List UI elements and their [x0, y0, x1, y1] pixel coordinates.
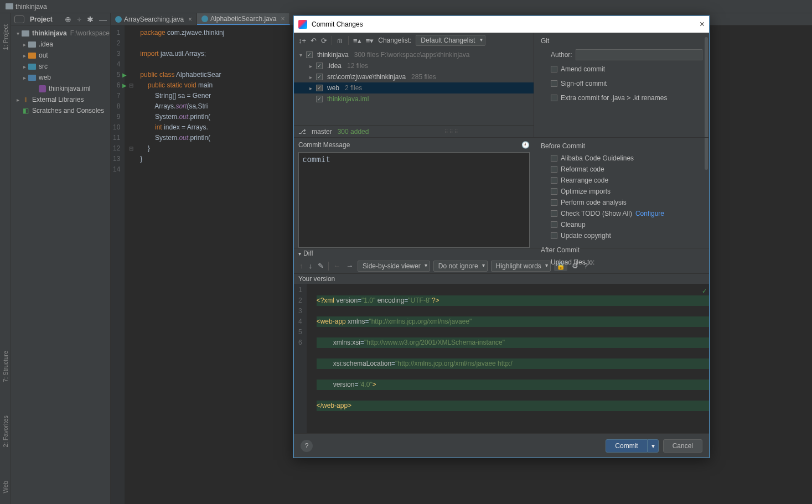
checkbox[interactable] — [316, 74, 323, 80]
commit-button[interactable]: Commit — [606, 439, 647, 453]
diff-content[interactable]: <?xml version="1.0" encoding="UTF-8"?> <… — [307, 284, 709, 433]
close-icon[interactable]: × — [700, 19, 705, 29]
project-view-icon[interactable] — [14, 15, 24, 23]
line-gutter: 1234 5▶ 6▶⊟ 7891011 12⊟ 1314 — [111, 25, 125, 504]
commit-message-panel: Commit Message 🕘 — [294, 137, 534, 248]
back-icon[interactable]: ← — [332, 262, 342, 270]
gutter-structure[interactable]: 7: Structure — [2, 351, 9, 382]
gutter-web[interactable]: Web — [2, 481, 9, 493]
forward-icon[interactable]: → — [345, 262, 354, 270]
dialog-titlebar[interactable]: Commit Changes × — [294, 16, 709, 33]
commit-dialog: Commit Changes × ↕+ ↶ ⟳ ⫙ ≡▴ ≡▾ Changeli… — [293, 15, 710, 458]
gear-icon[interactable]: ✱ — [87, 15, 94, 24]
commit-message-input[interactable] — [298, 152, 530, 248]
tab-alphabeticsearch[interactable]: AlphabeticSearch.java× — [197, 13, 289, 25]
revert-icon[interactable]: ↶ — [311, 37, 317, 45]
breadcrumb: thinkinjava — [0, 0, 812, 13]
close-icon[interactable]: × — [188, 15, 192, 23]
file-row-src[interactable]: ▸src\com\zjwave\thinkinjava285 files — [294, 71, 534, 82]
refresh-icon[interactable]: ⟳ — [321, 37, 327, 45]
history-icon[interactable]: 🕘 — [521, 141, 530, 149]
author-label: Author: — [551, 51, 572, 59]
group-icon[interactable]: ⫙ — [337, 37, 344, 45]
checkbox-cleanup[interactable] — [551, 221, 557, 228]
checkbox-analysis[interactable] — [551, 199, 557, 206]
checkbox[interactable] — [306, 51, 313, 58]
upload-label: Upload files to: — [551, 258, 594, 266]
project-sidebar: Project ⊕ ÷ ✱ — ▾thinkinjavaF:\workspace… — [11, 13, 111, 504]
changelist-dropdown[interactable]: Default Changelist — [416, 35, 485, 46]
close-icon[interactable]: × — [281, 15, 285, 23]
collapse-icon[interactable]: ÷ — [77, 15, 81, 24]
expand-icon[interactable]: ≡▴ — [353, 37, 361, 45]
ok-mark-icon: ✓ — [702, 286, 707, 297]
run-gutter-icon[interactable]: ▶ — [122, 70, 127, 80]
collapse-all-icon[interactable]: ≡▾ — [366, 37, 374, 45]
changed-files-tree[interactable]: ▾thinkinjava300 files F:\workspace\apps\… — [294, 48, 534, 125]
resize-grip[interactable]: ⠿⠿⠿ — [374, 129, 529, 134]
checkbox[interactable] — [316, 85, 323, 91]
after-commit-label: After Commit — [541, 246, 702, 254]
dialog-title-text: Commit Changes — [312, 20, 363, 28]
tree-scratches[interactable]: ◧Scratches and Consoles — [11, 105, 110, 116]
diff-viewer[interactable]: ✓ 123456 <?xml version="1.0" encoding="U… — [294, 284, 709, 433]
tab-arraysearching[interactable]: ArraySearching.java× — [111, 13, 197, 25]
diff-gutter: 123456 — [294, 284, 307, 433]
next-diff-icon[interactable]: ↓ — [308, 262, 314, 270]
checkbox-amend[interactable] — [551, 66, 557, 72]
file-row-root[interactable]: ▾thinkinjava300 files F:\workspace\apps\… — [294, 49, 534, 60]
branch-name[interactable]: master — [312, 128, 332, 136]
file-row-iml[interactable]: thinkinjava.iml — [294, 93, 534, 105]
cancel-button[interactable]: Cancel — [663, 439, 702, 453]
run-gutter-icon[interactable]: ▶ — [122, 80, 127, 91]
checkbox-todo[interactable] — [551, 210, 557, 217]
ignore-dropdown[interactable]: Do not ignore — [433, 261, 488, 272]
file-row-idea[interactable]: ▸.idea12 files — [294, 60, 534, 71]
edit-icon[interactable]: ✎ — [317, 262, 325, 270]
configure-link[interactable]: Configure — [635, 210, 664, 217]
breadcrumb-project[interactable]: thinkinjava — [15, 3, 47, 11]
project-panel-title[interactable]: Project — [30, 15, 53, 23]
commit-toolbar: ↕+ ↶ ⟳ ⫙ ≡▴ ≡▾ Changelist: Default Chang… — [294, 33, 534, 48]
tree-external[interactable]: ▸⫴External Libraries — [11, 94, 110, 105]
prev-diff-icon[interactable]: ↑ — [298, 262, 304, 270]
checkbox-signoff[interactable] — [551, 80, 557, 87]
checkbox-reformat[interactable] — [551, 166, 557, 173]
commit-dropdown-button[interactable]: ▾ — [648, 439, 659, 453]
help-button[interactable]: ? — [301, 440, 313, 452]
locate-icon[interactable]: ⊕ — [65, 15, 71, 24]
file-row-web[interactable]: ▸web2 files — [294, 82, 534, 93]
commit-options-panel-2: Before Commit Alibaba Code Guidelines Re… — [534, 137, 709, 248]
hide-icon[interactable]: — — [99, 15, 107, 24]
gutter-favorites[interactable]: 2: Favorites — [2, 415, 9, 447]
author-input[interactable] — [576, 49, 702, 60]
checkbox-extra-rename[interactable] — [551, 95, 557, 101]
checkbox[interactable] — [316, 63, 323, 69]
checkbox-rearrange[interactable] — [551, 177, 557, 184]
gutter-project[interactable]: 1: Project — [2, 24, 9, 50]
before-commit-label: Before Commit — [541, 142, 702, 150]
tree-web[interactable]: ▸web — [11, 72, 110, 83]
show-diff-icon[interactable]: ↕+ — [298, 37, 306, 45]
checkbox[interactable] — [316, 96, 323, 102]
tree-src[interactable]: ▸src — [11, 61, 110, 72]
code-content[interactable]: package com.zjwave.thinkinj import java.… — [125, 25, 224, 504]
dialog-footer: ? Commit ▾ Cancel — [294, 433, 709, 458]
checkbox-optimize[interactable] — [551, 188, 557, 195]
tree-root[interactable]: ▾thinkinjavaF:\workspace — [11, 28, 110, 39]
branch-status-row: ⎇ master 300 added ⠿⠿⠿ — [294, 125, 534, 137]
changelist-label: Changelist: — [378, 37, 411, 44]
checkbox-alibaba[interactable] — [551, 155, 557, 162]
commit-options-panel: Git Author: Amend commit Sign-off commit… — [534, 33, 709, 137]
tree-idea[interactable]: ▸.idea — [11, 39, 110, 50]
added-count: 300 added — [338, 128, 369, 136]
highlight-dropdown[interactable]: Highlight words — [491, 261, 551, 272]
checkbox-copyright[interactable] — [551, 232, 557, 239]
java-class-icon — [201, 15, 208, 22]
tree-out[interactable]: ▸out — [11, 50, 110, 61]
tree-iml[interactable]: thinkinjava.iml — [11, 83, 110, 94]
left-tool-gutter: 1: Project 7: Structure 2: Favorites Web — [0, 13, 11, 504]
diff-panel: ▾Diff ↑ ↓ ✎ ← → Side-by-side viewer Do n… — [294, 248, 709, 433]
viewer-dropdown[interactable]: Side-by-side viewer — [358, 261, 430, 272]
project-tree[interactable]: ▾thinkinjavaF:\workspace ▸.idea ▸out ▸sr… — [11, 25, 110, 118]
